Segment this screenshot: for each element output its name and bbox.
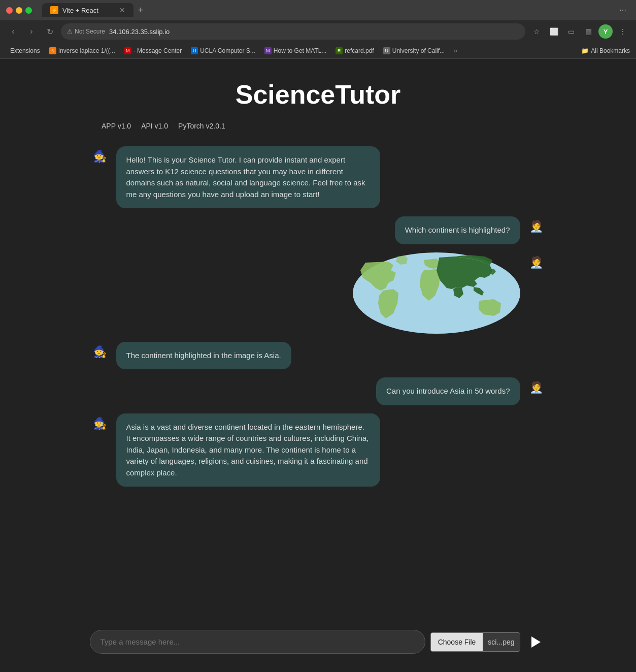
- version-info: APP v1.0 API v1.0 PyTorch v2.0.1: [102, 122, 225, 130]
- back-button[interactable]: ‹: [6, 24, 20, 39]
- bookmark-university[interactable]: U University of Calif...: [379, 46, 449, 55]
- bookmark-matlab[interactable]: M How to Get MATL...: [260, 46, 330, 55]
- address-bar[interactable]: ⚠ Not Secure 34.106.23.35.sslip.io: [61, 23, 525, 40]
- nav-bar: ‹ › ↻ ⚠ Not Secure 34.106.23.35.sslip.io…: [0, 20, 636, 43]
- matlab-label: How to Get MATL...: [274, 47, 326, 54]
- all-bookmarks-button[interactable]: 📁 All Bookmarks: [581, 47, 630, 54]
- message-bubble: The continent highlighted in the image i…: [116, 342, 291, 370]
- bookmark-favicon: M: [264, 47, 272, 54]
- message-row: 🧑‍💼 Can you introduce Asia in 50 words?: [90, 377, 547, 405]
- avatar: 🧙: [90, 413, 110, 434]
- message-text: Which continent is highlighted?: [405, 226, 510, 234]
- bookmark-refcard[interactable]: R refcard.pdf: [331, 46, 378, 55]
- extension-icon[interactable]: ⬜: [547, 24, 561, 39]
- file-input-wrapper: Choose File sci...peg: [430, 632, 520, 652]
- tab-close-icon[interactable]: ✕: [119, 6, 125, 14]
- minimize-button[interactable]: [16, 7, 22, 14]
- traffic-lights: [6, 7, 32, 14]
- bookmark-extensions[interactable]: Extensions: [6, 46, 44, 55]
- choose-file-button[interactable]: Choose File: [431, 633, 483, 651]
- send-icon: [531, 636, 541, 648]
- message-bubble: Can you introduce Asia in 50 words?: [376, 377, 520, 405]
- bookmark-ucla[interactable]: U UCLA Computer S...: [187, 46, 259, 55]
- forward-button[interactable]: ›: [24, 24, 39, 39]
- chat-container: 🧙 Hello! This is your Science Tutor. I c…: [90, 146, 547, 622]
- message-input[interactable]: [90, 630, 425, 654]
- not-secure-label: Not Secure: [75, 28, 105, 35]
- send-button[interactable]: [525, 631, 547, 653]
- bookmark-favicon: M: [124, 47, 131, 54]
- close-button[interactable]: [6, 7, 13, 14]
- message-row: 🧙 The continent highlighted in the image…: [90, 342, 547, 370]
- bookmark-favicon: U: [191, 47, 198, 54]
- maximize-button[interactable]: [25, 7, 32, 14]
- menu-icon[interactable]: ⋮: [616, 24, 630, 39]
- bookmark-favicon: R: [336, 47, 343, 54]
- tab-bar: ⚡ Vite + React ✕ +: [42, 3, 612, 17]
- bookmarks-more-button[interactable]: »: [452, 46, 459, 55]
- all-bookmarks-label: All Bookmarks: [591, 47, 630, 54]
- active-tab[interactable]: ⚡ Vite + React ✕: [42, 3, 133, 17]
- message-text: Asia is a vast and diverse continent loc…: [126, 423, 369, 477]
- warning-icon: ⚠: [67, 28, 73, 35]
- bookmark-favicon: 5: [49, 47, 56, 54]
- message-row: 🧙 Asia is a vast and diverse continent l…: [90, 413, 547, 487]
- avatar: 🧑‍💼: [526, 252, 547, 273]
- message-row-image: 🧑‍💼: [90, 252, 547, 334]
- app-title: ScienceTutor: [236, 79, 401, 110]
- profile-button[interactable]: Y: [598, 24, 613, 39]
- input-area: Choose File sci...peg: [90, 622, 547, 662]
- avatar: 🧑‍💼: [526, 216, 547, 237]
- window-control-icon[interactable]: ⋯: [616, 3, 630, 17]
- new-tab-button[interactable]: +: [133, 3, 148, 17]
- page-content: ScienceTutor APP v1.0 API v1.0 PyTorch v…: [0, 59, 636, 672]
- tab-favicon: ⚡: [50, 6, 58, 14]
- message-text: Hello! This is your Science Tutor. I can…: [126, 155, 365, 199]
- message-center-label: - Message Center: [133, 47, 182, 54]
- message-bubble: Asia is a vast and diverse continent loc…: [116, 413, 380, 487]
- avatar: 🧑‍💼: [526, 377, 547, 398]
- message-bubble: Hello! This is your Science Tutor. I can…: [116, 146, 380, 208]
- message-text: Can you introduce Asia in 50 words?: [386, 387, 510, 395]
- avatar: 🧙: [90, 342, 110, 362]
- bookmarks-bar: Extensions 5 Inverse laplace 1/((... M -…: [0, 43, 636, 59]
- pytorch-version: PyTorch v2.0.1: [178, 122, 225, 130]
- bookmark-favicon: U: [383, 47, 390, 54]
- nav-actions: ☆ ⬜ ▭ ▤ Y ⋮: [529, 24, 630, 39]
- tab-title: Vite + React: [62, 7, 98, 14]
- message-bubble: Which continent is highlighted?: [395, 216, 520, 244]
- message-row: 🧙 Hello! This is your Science Tutor. I c…: [90, 146, 547, 208]
- bookmark-inverse-laplace[interactable]: 5 Inverse laplace 1/((...: [45, 46, 119, 55]
- ucla-label: UCLA Computer S...: [200, 47, 255, 54]
- university-label: University of Calif...: [392, 47, 445, 54]
- message-row: 🧑‍💼 Which continent is highlighted?: [90, 216, 547, 244]
- cast-icon[interactable]: ▭: [564, 24, 578, 39]
- world-map-svg: [353, 252, 520, 334]
- reload-button[interactable]: ↻: [43, 24, 57, 39]
- message-text: The continent highlighted in the image i…: [126, 351, 281, 360]
- title-bar: ⚡ Vite + React ✕ + ⋯: [0, 0, 636, 20]
- avatar: 🧙: [90, 146, 110, 167]
- refcard-label: refcard.pdf: [345, 47, 374, 54]
- bookmark-icon[interactable]: ☆: [529, 24, 544, 39]
- app-version: APP v1.0: [102, 122, 131, 130]
- url-text: 34.106.23.35.sslip.io: [109, 28, 170, 36]
- inverse-laplace-label: Inverse laplace 1/((...: [58, 47, 115, 54]
- uploaded-image: [353, 252, 520, 334]
- file-name-label: sci...peg: [483, 633, 519, 651]
- folder-icon: 📁: [581, 47, 589, 54]
- api-version: API v1.0: [141, 122, 168, 130]
- bookmark-message-center[interactable]: M - Message Center: [120, 46, 186, 55]
- sidebar-icon[interactable]: ▤: [581, 24, 595, 39]
- security-indicator: ⚠ Not Secure: [67, 28, 105, 35]
- extensions-label: Extensions: [10, 47, 40, 54]
- browser-chrome: ⚡ Vite + React ✕ + ⋯ ‹ › ↻ ⚠ Not Secure …: [0, 0, 636, 59]
